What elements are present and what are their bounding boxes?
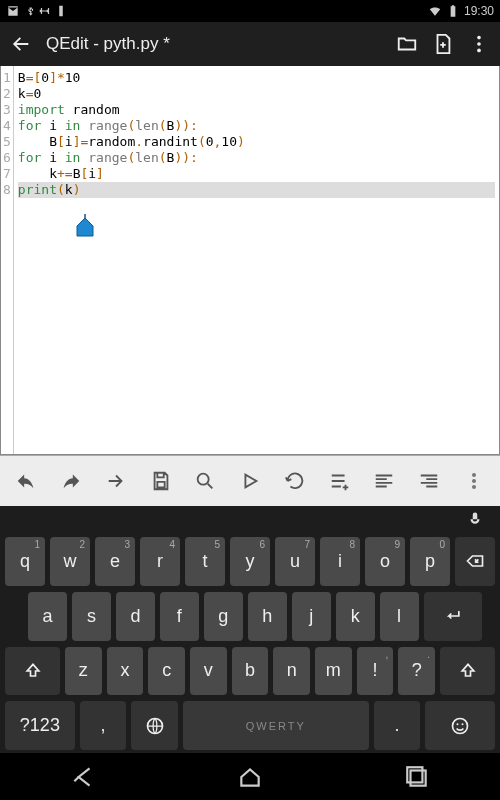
align-right-button[interactable] (407, 470, 452, 492)
android-nav-bar (0, 753, 500, 800)
key-c[interactable]: c (148, 647, 185, 696)
back-icon[interactable] (10, 33, 32, 55)
mail-icon (6, 4, 20, 18)
new-file-icon[interactable] (432, 33, 454, 55)
shift-key-right[interactable] (440, 647, 495, 696)
key-z[interactable]: z (65, 647, 102, 696)
emoji-key[interactable] (425, 701, 495, 750)
folder-open-icon[interactable] (396, 33, 418, 55)
key-b[interactable]: b (232, 647, 269, 696)
usb-icon (22, 4, 36, 18)
key-y[interactable]: y6 (230, 537, 270, 586)
voice-input-icon[interactable] (466, 511, 484, 529)
nav-back-icon[interactable] (70, 764, 96, 790)
go-button[interactable] (93, 470, 138, 492)
redo-button[interactable] (49, 470, 94, 492)
key-l[interactable]: l (380, 592, 419, 641)
code-line[interactable]: for i in range(len(B)): (18, 150, 495, 166)
clock: 19:30 (464, 4, 494, 18)
key-w[interactable]: w2 (50, 537, 90, 586)
key-f[interactable]: f (160, 592, 199, 641)
app-title: QEdit - pyth.py * (46, 34, 170, 54)
svg-point-4 (198, 474, 209, 485)
code-editor[interactable]: 1 2 3 4 5 6 7 8 B=[0]*10k=0import random… (0, 66, 500, 455)
key-o[interactable]: o9 (365, 537, 405, 586)
svg-point-2 (477, 42, 481, 46)
code-line[interactable]: import random (18, 102, 495, 118)
notification-icon (54, 4, 68, 18)
save-button[interactable] (138, 470, 183, 492)
nav-recent-icon[interactable] (404, 764, 430, 790)
key-s[interactable]: s (72, 592, 111, 641)
comma-key[interactable]: , (80, 701, 127, 750)
battery-icon (446, 4, 460, 18)
svg-point-7 (457, 723, 459, 725)
enter-key[interactable] (424, 592, 482, 641)
key-t[interactable]: t5 (185, 537, 225, 586)
key-v[interactable]: v (190, 647, 227, 696)
key-r[interactable]: r4 (140, 537, 180, 586)
dumbbell-icon (38, 4, 52, 18)
key-q[interactable]: q1 (5, 537, 45, 586)
key-x[interactable]: x (107, 647, 144, 696)
key-m[interactable]: m (315, 647, 352, 696)
language-key[interactable] (131, 701, 178, 750)
soft-keyboard: q1w2e3r4t5y6u7i8o9p0 asdfghjkl zxcvbnm!,… (0, 506, 500, 753)
code-line[interactable]: for i in range(len(B)): (18, 118, 495, 134)
key-a[interactable]: a (28, 592, 67, 641)
svg-point-6 (453, 718, 468, 733)
key-p[interactable]: p0 (410, 537, 450, 586)
key-d[interactable]: d (116, 592, 155, 641)
text-cursor-handle[interactable] (75, 214, 95, 242)
code-line[interactable]: B=[0]*10 (18, 70, 495, 86)
svg-point-3 (477, 49, 481, 53)
nav-home-icon[interactable] (237, 764, 263, 790)
key-n[interactable]: n (273, 647, 310, 696)
code-line[interactable]: B[i]=random.randint(0,10) (18, 134, 495, 150)
key-j[interactable]: j (292, 592, 331, 641)
code-area[interactable]: B=[0]*10k=0import randomfor i in range(l… (14, 66, 499, 454)
key-e[interactable]: e3 (95, 537, 135, 586)
shift-key[interactable] (5, 647, 60, 696)
menu-overflow-icon[interactable] (468, 33, 490, 55)
key-u[interactable]: u7 (275, 537, 315, 586)
code-line[interactable]: k=0 (18, 86, 495, 102)
backspace-key[interactable] (455, 537, 495, 586)
space-key[interactable]: QWERTY (183, 701, 369, 750)
toolbar-overflow-button[interactable] (451, 473, 496, 489)
app-action-bar: QEdit - pyth.py * (0, 22, 500, 66)
key-i[interactable]: i8 (320, 537, 360, 586)
svg-point-8 (462, 723, 464, 725)
run-button[interactable] (228, 470, 273, 492)
key-g[interactable]: g (204, 592, 243, 641)
search-button[interactable] (183, 470, 228, 492)
key-![interactable]: !, (357, 647, 394, 696)
symbols-key[interactable]: ?123 (5, 701, 75, 750)
code-line[interactable]: print(k) (18, 182, 495, 198)
code-line[interactable]: k+=B[i] (18, 166, 495, 182)
undo-button[interactable] (4, 470, 49, 492)
android-status-bar: 19:30 (0, 0, 500, 22)
align-left-button[interactable] (362, 470, 407, 492)
editor-toolbar (0, 455, 500, 506)
reload-button[interactable] (272, 470, 317, 492)
wifi-icon (428, 4, 442, 18)
svg-rect-0 (59, 6, 63, 17)
key-?[interactable]: ?. (398, 647, 435, 696)
svg-point-1 (477, 36, 481, 40)
line-gutter: 1 2 3 4 5 6 7 8 (1, 66, 14, 454)
key-k[interactable]: k (336, 592, 375, 641)
key-h[interactable]: h (248, 592, 287, 641)
period-key[interactable]: . (374, 701, 421, 750)
insert-line-button[interactable] (317, 470, 362, 492)
